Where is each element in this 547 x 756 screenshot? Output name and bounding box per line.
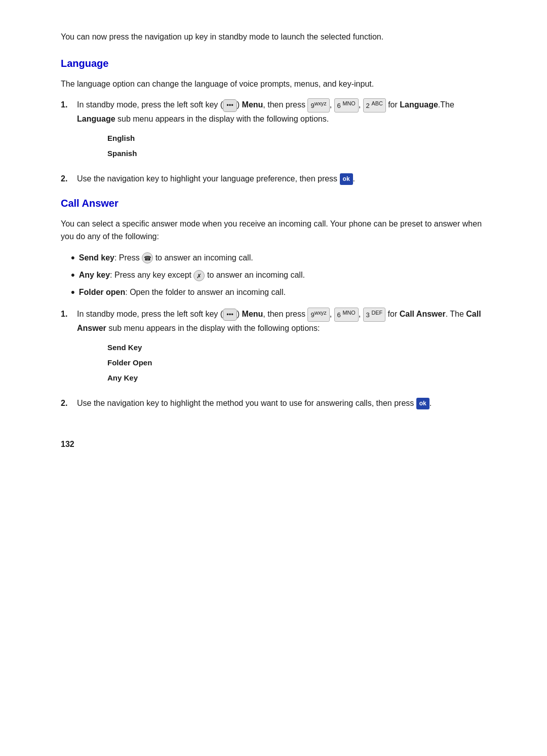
ca-step-2-content: Use the navigation key to highlight the …: [77, 397, 432, 410]
key-2abc: 2 ABC: [363, 98, 386, 112]
language-option-english: English: [107, 131, 486, 146]
ca-step-number-2: 2.: [61, 397, 73, 410]
call-answer-sub-options: Send Key Folder Open Any Key: [107, 340, 486, 386]
call-answer-section: Call Answer You can select a specific an…: [61, 198, 486, 410]
ca-key-6mno: 6 MNO: [334, 308, 359, 322]
bullet-dot-1: •: [71, 251, 75, 264]
bullet-dot-2: •: [71, 269, 75, 282]
ca-ok-button-icon: ok: [416, 398, 429, 409]
step-content: In standby mode, press the left soft key…: [77, 98, 486, 166]
intro-paragraph: You can now press the navigation up key …: [61, 30, 486, 44]
call-answer-step-1: 1. In standby mode, press the left soft …: [61, 308, 486, 391]
end-key-icon: ✗: [193, 270, 205, 281]
language-sub-options: English Spanish: [107, 131, 486, 161]
ca-key-3def: 3 DEF: [363, 308, 386, 322]
ca-step-number-1: 1.: [61, 308, 73, 391]
call-answer-bullets: • Send key: Press ☎ to answer an incomin…: [71, 251, 486, 299]
send-key-icon: ☎: [142, 252, 153, 263]
call-answer-steps-list: 1. In standby mode, press the left soft …: [61, 308, 486, 409]
bullet-any-key: • Any key: Press any key except ✗ to ans…: [71, 269, 486, 282]
ca-step-1-content: In standby mode, press the left soft key…: [77, 308, 486, 391]
ca-option-send-key: Send Key: [107, 340, 486, 355]
ca-menu-soft-key-icon: •••: [223, 309, 237, 321]
language-section: Language The language option can change …: [61, 58, 486, 185]
step-2-content: Use the navigation key to highlight your…: [77, 172, 355, 185]
bullet-any-key-text: Any key: Press any key except ✗ to answe…: [79, 269, 305, 282]
language-description: The language option can change the langu…: [61, 78, 486, 91]
step-number: 1.: [61, 98, 73, 166]
step-number-2: 2.: [61, 172, 73, 185]
language-step-2: 2. Use the navigation key to highlight y…: [61, 172, 486, 185]
language-step-1: 1. In standby mode, press the left soft …: [61, 98, 486, 166]
key-9wxyz: 9wxyz: [307, 98, 329, 112]
bullet-folder-open-text: Folder open: Open the folder to answer a…: [79, 286, 286, 299]
bullet-folder-open: • Folder open: Open the folder to answer…: [71, 286, 486, 299]
ca-option-folder-open: Folder Open: [107, 355, 486, 370]
ca-key-9wxyz: 9wxyz: [307, 308, 329, 322]
language-steps-list: 1. In standby mode, press the left soft …: [61, 98, 486, 185]
key-6mno: 6 MNO: [334, 98, 359, 112]
language-option-spanish: Spanish: [107, 146, 486, 161]
call-answer-step-2: 2. Use the navigation key to highlight t…: [61, 397, 486, 410]
language-heading: Language: [61, 58, 486, 69]
bullet-send-key: • Send key: Press ☎ to answer an incomin…: [71, 251, 486, 264]
call-answer-heading: Call Answer: [61, 198, 486, 209]
bullet-send-key-text: Send key: Press ☎ to answer an incoming …: [79, 251, 253, 264]
menu-soft-key-icon: •••: [223, 99, 237, 112]
call-answer-description: You can select a specific answer mode wh…: [61, 217, 486, 243]
ca-option-any-key: Any Key: [107, 370, 486, 386]
bullet-dot-3: •: [71, 286, 75, 299]
ok-button-icon: ok: [340, 173, 353, 185]
page-number: 132: [61, 440, 486, 449]
